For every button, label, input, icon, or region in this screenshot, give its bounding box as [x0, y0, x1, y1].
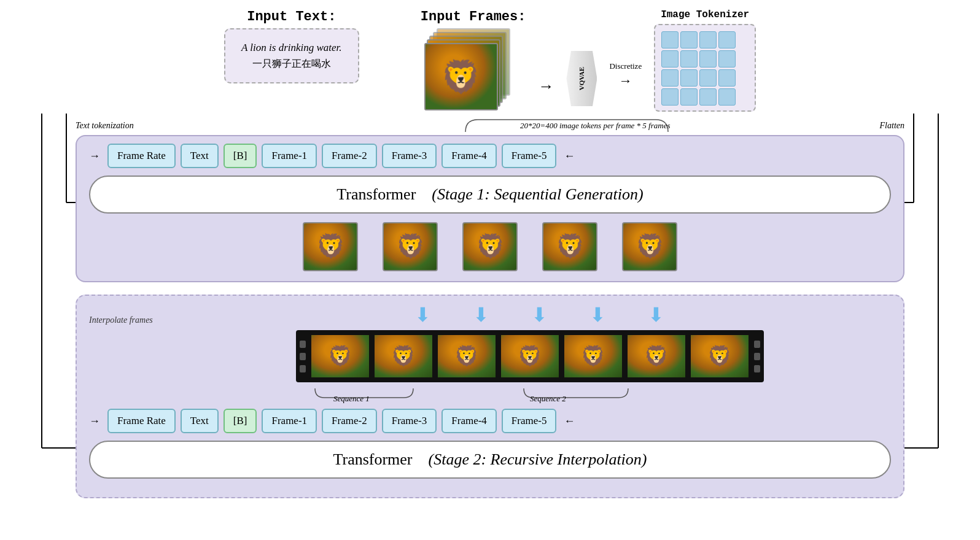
token-grid-container: [654, 24, 756, 112]
token-cell: [699, 50, 717, 68]
input-text-english: A lion is drinking water.: [241, 42, 342, 54]
token-cell: [680, 31, 698, 48]
film-frame-1: [309, 333, 371, 379]
stage1-transformer-label: Transformer: [336, 185, 416, 203]
stage2-b-token: [B]: [224, 409, 257, 433]
main-layout: Input Text: A lion is drinking water. 一只…: [0, 0, 980, 540]
stage1-frame3-token: Frame-3: [382, 144, 437, 168]
token-cell: [661, 50, 679, 68]
stage2-token-row: → Frame Rate Text [B] Frame-1 Frame-2 Fr…: [89, 409, 891, 433]
sequence-labels-row: Sequence 1 Sequence 2: [290, 385, 769, 404]
film-perforations-right: [754, 341, 760, 372]
tokens-count-label: 20*20=400 image tokens per frame * 5 fra…: [520, 121, 671, 131]
token-cell: [718, 88, 736, 106]
flatten-label: Flatten: [880, 121, 904, 131]
perf: [300, 341, 306, 348]
stage2-left-arrow-icon: →: [89, 415, 100, 428]
image-tokenizer-label: Image Tokenizer: [661, 9, 749, 20]
stage1-frame4-token: Frame-4: [441, 144, 497, 168]
stage1-frame2-token: Frame-2: [322, 144, 377, 168]
input-text-section: Input Text: A lion is drinking water. 一只…: [224, 9, 359, 83]
token-cell: [661, 69, 679, 87]
image-tokenizer-section: Image Tokenizer: [654, 9, 756, 112]
token-cell: [680, 50, 698, 68]
stage1-text-token: Text: [181, 144, 219, 168]
perf: [300, 365, 306, 372]
stage2-frame1-token: Frame-1: [262, 409, 317, 433]
top-row: Input Text: A lion is drinking water. 一只…: [31, 9, 949, 114]
perf: [754, 365, 760, 372]
input-text-content: A lion is drinking water. 一只狮子正在喝水: [224, 28, 359, 83]
stages-container: → Frame Rate Text [B] Frame-1 Frame-2 Fr…: [76, 135, 904, 498]
stage1-section: → Frame Rate Text [B] Frame-1 Frame-2 Fr…: [76, 135, 904, 282]
perf: [300, 353, 306, 360]
token-count-row: 20*20=400 image tokens per frame * 5 fra…: [76, 117, 904, 135]
stage2-frame5-token: Frame-5: [502, 409, 557, 433]
perf: [754, 353, 760, 360]
down-arrow-4-icon: ⬇: [589, 303, 606, 326]
gen-frame-3: [462, 222, 518, 271]
film-frame-5: [562, 333, 624, 379]
film-perforations-left: [300, 341, 306, 372]
down-arrow-3-icon: ⬇: [531, 303, 548, 326]
stage1-b-token: [B]: [224, 144, 257, 168]
token-cell: [699, 69, 717, 87]
film-frame-3: [436, 333, 497, 379]
down-arrow-5-icon: ⬇: [648, 303, 664, 326]
gen-frame-4: [542, 222, 597, 271]
discretize-section: Discretize →: [609, 61, 642, 89]
stage2-transformer-stage: (Stage 2: Recursive Interpolation): [429, 450, 647, 468]
stage2-transformer: Transformer (Stage 2: Recursive Interpol…: [89, 441, 891, 479]
stage1-frame1-token: Frame-1: [262, 144, 317, 168]
token-cell: [661, 31, 679, 48]
gen-frame-2: [383, 222, 438, 271]
stage2-section: Interpolate frames ⬇ ⬇ ⬇ ⬇ ⬇: [76, 295, 904, 498]
stage2-text-token: Text: [181, 409, 219, 433]
film-frame-7: [689, 333, 750, 379]
film-frame-6: [626, 333, 687, 379]
discretize-arrow-icon: →: [619, 73, 632, 89]
input-frames-section: Input Frames: 🦁: [421, 9, 526, 114]
token-cell: [718, 31, 736, 48]
input-text-chinese: 一只狮子正在喝水: [252, 58, 331, 71]
stage1-frame5-token: Frame-5: [502, 144, 557, 168]
text-tokenization-label: Text tokenization: [76, 121, 134, 131]
interpolate-label: Interpolate frames: [89, 303, 169, 325]
film-section: ⬇ ⬇ ⬇ ⬇ ⬇: [169, 303, 891, 404]
film-frame-4: [499, 333, 561, 379]
input-frames-label: Input Frames:: [421, 9, 526, 25]
token-cell: [699, 88, 717, 106]
stage2-right-arrow-icon: ←: [564, 415, 575, 428]
stage1-left-arrow-icon: →: [89, 150, 100, 163]
stage1-right-arrow-icon: ←: [564, 150, 575, 163]
perf: [754, 341, 760, 348]
stage1-transformer: Transformer (Stage 1: Sequential Generat…: [89, 176, 891, 214]
vqvae-section: VQVAE: [566, 51, 597, 106]
stage2-frame-rate-token: Frame Rate: [107, 409, 176, 433]
token-cell: [718, 50, 736, 68]
film-frame-2: [373, 333, 434, 379]
stage1-transformer-stage: (Stage 1: Sequential Generation): [432, 185, 643, 203]
input-text-label: Input Text:: [247, 9, 336, 25]
vqvae-label: VQVAE: [578, 67, 585, 90]
token-cell: [661, 88, 679, 106]
stage2-frame2-token: Frame-2: [322, 409, 377, 433]
discretize-label: Discretize: [609, 61, 642, 71]
sequence-2-label: Sequence 2: [530, 394, 566, 404]
token-cell: [680, 69, 698, 87]
token-cell: [718, 69, 736, 87]
down-arrows-row: ⬇ ⬇ ⬇ ⬇ ⬇: [414, 303, 664, 326]
stage2-frame4-token: Frame-4: [441, 409, 497, 433]
interpolate-section: Interpolate frames ⬇ ⬇ ⬇ ⬇ ⬇: [89, 303, 891, 404]
stage2-frame3-token: Frame-3: [382, 409, 437, 433]
gen-frame-1: [303, 222, 358, 271]
token-cell: [699, 31, 717, 48]
arrow-to-vqvae: →: [538, 77, 554, 96]
frame-front: 🦁: [424, 43, 498, 110]
sequence-1-label: Sequence 1: [333, 394, 370, 404]
gen-frame-5: [622, 222, 677, 271]
token-grid: [661, 31, 749, 106]
stage1-token-row: → Frame Rate Text [B] Frame-1 Frame-2 Fr…: [89, 144, 891, 168]
token-cell: [680, 88, 698, 106]
film-strip: [296, 330, 764, 382]
